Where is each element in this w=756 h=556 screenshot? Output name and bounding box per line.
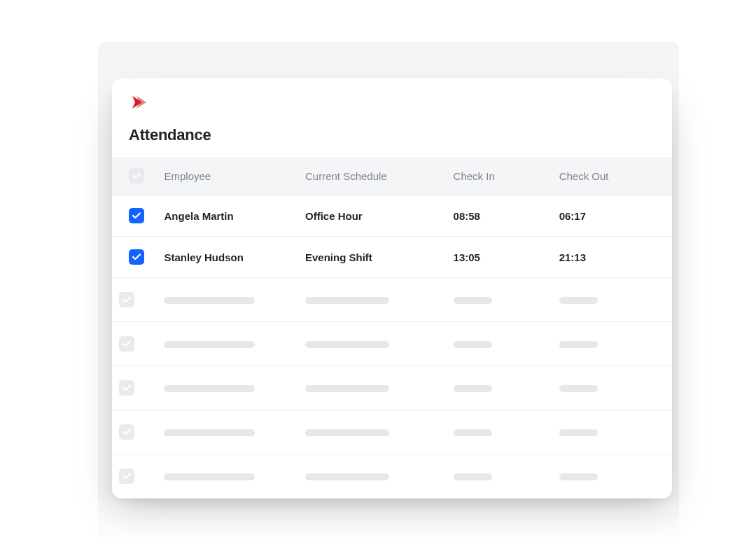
skeleton-check-out (559, 341, 598, 348)
cell-employee: Stanley Hudson (164, 251, 243, 263)
cell-check-out: 21:13 (559, 251, 586, 263)
cell-check-in: 08:58 (454, 210, 480, 222)
col-check-in: Check In (447, 157, 552, 195)
table-row-placeholder (112, 454, 672, 499)
skeleton-schedule (305, 429, 389, 436)
attendance-table: Employee Current Schedule Check In Check… (112, 157, 672, 499)
skeleton-check-in (454, 385, 492, 392)
skeleton-check-out (559, 429, 598, 436)
table-row: Stanley Hudson Evening Shift 13:05 21:13 (112, 237, 672, 278)
row-checkbox[interactable] (119, 336, 134, 352)
table-row-placeholder (112, 278, 672, 322)
table-row-placeholder (112, 366, 672, 410)
table-row: Angela Martin Office Hour 08:58 06:17 (112, 195, 672, 237)
cell-schedule: Office Hour (305, 210, 363, 222)
skeleton-check-in (454, 473, 492, 480)
skeleton-check-in (454, 429, 492, 436)
row-checkbox[interactable] (119, 424, 134, 440)
row-checkbox[interactable] (119, 292, 134, 307)
skeleton-check-out (559, 385, 598, 392)
skeleton-check-in (454, 297, 492, 304)
chevron-logo-icon (130, 94, 150, 111)
check-icon (122, 429, 131, 436)
table-row-placeholder (112, 410, 672, 454)
check-icon (122, 384, 131, 391)
select-all-checkbox[interactable] (129, 168, 144, 183)
cell-check-out: 06:17 (559, 210, 586, 222)
table-row-placeholder (112, 322, 672, 366)
col-schedule: Current Schedule (298, 157, 447, 195)
row-checkbox[interactable] (129, 208, 144, 223)
col-employee: Employee (157, 157, 298, 195)
check-icon (132, 212, 141, 219)
check-icon (132, 253, 141, 260)
cell-schedule: Evening Shift (305, 251, 372, 263)
skeleton-employee (164, 341, 255, 348)
skeleton-schedule (305, 341, 389, 348)
cell-employee: Angela Martin (164, 210, 233, 222)
check-icon (122, 340, 131, 347)
skeleton-schedule (305, 385, 389, 392)
check-icon (132, 172, 141, 179)
cell-check-in: 13:05 (454, 251, 480, 263)
page-title: Attendance (129, 126, 672, 144)
skeleton-employee (164, 297, 255, 304)
table-header-row: Employee Current Schedule Check In Check… (112, 157, 672, 195)
col-check-out: Check Out (552, 157, 672, 195)
skeleton-employee (164, 429, 255, 436)
row-checkbox[interactable] (129, 249, 144, 265)
skeleton-check-out (559, 473, 598, 480)
attendance-card: Attendance Employee Current Schedule Che… (112, 78, 672, 499)
skeleton-employee (164, 385, 255, 392)
skeleton-check-out (559, 297, 598, 304)
skeleton-employee (164, 473, 255, 480)
check-icon (122, 296, 131, 303)
check-icon (122, 473, 131, 480)
row-checkbox[interactable] (119, 468, 134, 484)
skeleton-schedule (305, 473, 389, 480)
skeleton-schedule (305, 297, 389, 304)
brand-logo (130, 94, 672, 113)
skeleton-check-in (454, 341, 492, 348)
row-checkbox[interactable] (119, 380, 134, 396)
